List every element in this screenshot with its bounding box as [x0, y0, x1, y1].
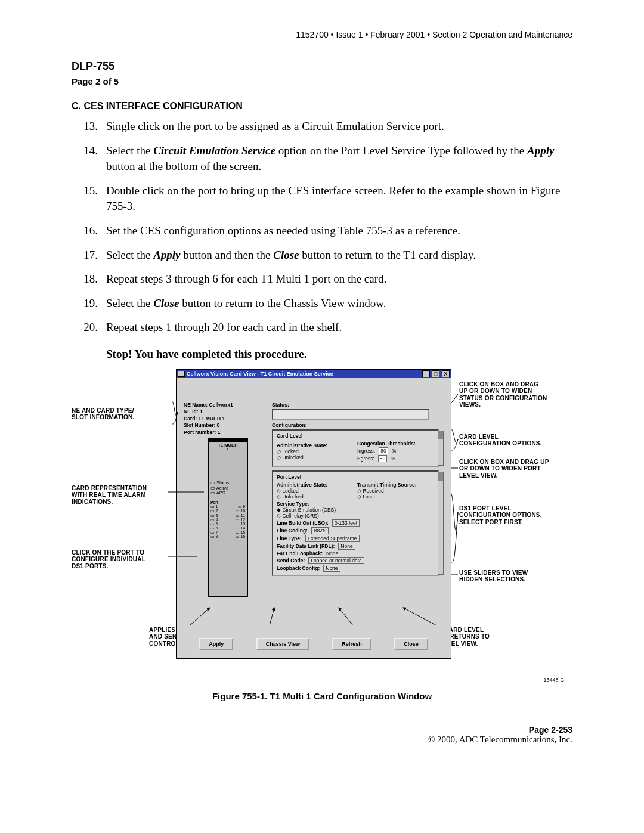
ne-name: NE Name: Cellworx1: [184, 402, 233, 408]
pl-lc-select[interactable]: B8ZS: [311, 527, 329, 534]
step-number: 14.: [72, 143, 106, 175]
step: 13.Single click on the port to be assign…: [72, 119, 572, 135]
pl-received-radio[interactable]: Received: [357, 488, 434, 494]
port-7[interactable]: 7: [210, 530, 218, 534]
pl-lt-select[interactable]: Extended Superframe: [305, 535, 360, 542]
sysmenu-icon[interactable]: [178, 371, 185, 377]
card-view-window: Cellworx Vision: Card View - T1 Circuit …: [176, 369, 451, 659]
port-13[interactable]: 13: [236, 522, 245, 526]
refresh-button[interactable]: Refresh: [332, 638, 371, 650]
port-15[interactable]: 15: [236, 530, 245, 534]
port-3[interactable]: 3: [210, 513, 218, 518]
port-5[interactable]: 5: [210, 522, 218, 526]
step-number: 17.: [72, 247, 106, 264]
pl-lbo-select[interactable]: 0-133 feet: [332, 519, 360, 527]
card-level-title: Card Level: [277, 433, 434, 439]
apply-button[interactable]: Apply: [199, 638, 233, 650]
pl-svc-ces-radio[interactable]: Circuit Emulation (CES): [277, 507, 434, 513]
port-1[interactable]: 1: [210, 504, 218, 509]
pl-unlocked-radio[interactable]: Unlocked: [277, 494, 354, 500]
port-4[interactable]: 4: [210, 518, 218, 522]
port-6[interactable]: 6: [210, 526, 218, 530]
cl-admin-label: Administrative State:: [277, 442, 354, 448]
cl-ingress-label: Ingress:: [357, 448, 375, 454]
step: 20.Repeat steps 1 through 20 for each ca…: [72, 320, 572, 336]
step-body: Set the CES configuration options as nee…: [106, 223, 572, 239]
status-label: Status:: [272, 402, 439, 408]
pl-lb-select[interactable]: None: [323, 565, 340, 572]
pl-fdl-label: Facility Data Link (FDL):: [277, 543, 335, 549]
window-titlebar[interactable]: Cellworx Vision: Card View - T1 Circuit …: [177, 370, 451, 378]
step: 17.Select the Apply button and then the …: [72, 247, 572, 264]
callout-card-rep: CARD REPRESENTATIONWITH REAL TIME ALARMI…: [72, 485, 173, 506]
port-level-scrollbar[interactable]: [438, 472, 444, 575]
step: 19.Select the Close button to return to …: [72, 296, 572, 312]
card-type: Card: T1 MULTI 1: [184, 416, 233, 422]
cl-egress-label: Egress:: [357, 456, 374, 462]
pl-lb-label: Loopback Config:: [277, 565, 320, 571]
card-label-bot: 1: [227, 447, 229, 453]
step-body: Repeat steps 1 through 20 for each card …: [106, 320, 572, 336]
cl-cong-label: Congestion Thresholds:: [357, 441, 434, 447]
port-14[interactable]: 14: [236, 526, 245, 530]
svg-line-2: [451, 394, 458, 404]
legend-aps: APS: [210, 491, 245, 496]
step-body: Select the Apply button and then the Clo…: [106, 247, 572, 264]
callout-drag-status: CLICK ON BOX AND DRAGUP OR DOWN TO WIDEN…: [459, 381, 572, 408]
step-body: Repeat steps 3 through 6 for each T1 Mul…: [106, 271, 572, 287]
step-body: Double click on the port to bring up the…: [106, 183, 572, 215]
status-box[interactable]: [272, 409, 429, 420]
pl-fdl-select[interactable]: None: [338, 543, 355, 550]
step-body: Single click on the port to be assigned …: [106, 119, 572, 135]
step-number: 18.: [72, 271, 106, 287]
callout-ne-slot: NE AND CARD TYPE/SLOT INFORMATION.: [72, 407, 173, 421]
ne-id: NE Id: 1: [184, 408, 233, 415]
pl-svc-crs-radio[interactable]: Cell relay (CRS): [277, 513, 434, 519]
chassis-view-button[interactable]: Chassis View: [256, 638, 309, 650]
step: 15.Double click on the port to bring up …: [72, 183, 572, 215]
maximize-icon[interactable]: □: [432, 370, 439, 377]
card-level-scrollbar[interactable]: [438, 431, 444, 466]
pl-sc-select[interactable]: Looped or normal data: [308, 557, 364, 564]
card-representation[interactable]: T1 MULTI 1 Status Active APS Port 1: [208, 438, 248, 598]
steps-list: 13.Single click on the port to be assign…: [72, 119, 572, 336]
dlp-title: DLP-755: [72, 60, 572, 73]
cl-egress-spin[interactable]: 80: [378, 455, 387, 462]
pl-admin-label: Administrative State:: [277, 482, 354, 488]
close-icon[interactable]: X: [442, 370, 450, 377]
port-9[interactable]: 9: [238, 504, 245, 509]
port-11[interactable]: 11: [236, 513, 245, 518]
ne-info-block: NE Name: Cellworx1 NE Id: 1 Card: T1 MUL…: [184, 402, 233, 436]
legend-port: Port: [210, 500, 245, 504]
step-number: 16.: [72, 223, 106, 239]
port-2[interactable]: 2: [210, 509, 218, 513]
step-body: Select the Circuit Emulation Service opt…: [106, 143, 572, 175]
minimize-icon[interactable]: _: [422, 370, 430, 377]
figure-caption: Figure 755-1. T1 Multi 1 Card Configurat…: [72, 691, 572, 701]
port-number: Port Number: 1: [184, 429, 233, 436]
port-16[interactable]: 16: [236, 534, 245, 538]
port-8[interactable]: 8: [210, 534, 218, 538]
pl-lc-label: Line Coding:: [277, 528, 308, 534]
step-number: 13.: [72, 119, 106, 135]
port-10[interactable]: 10: [236, 509, 245, 513]
step: 18.Repeat steps 3 through 6 for each T1 …: [72, 271, 572, 287]
page-of: Page 2 of 5: [72, 76, 572, 86]
port-12[interactable]: 12: [236, 518, 245, 522]
step-body: Select the Close button to return to the…: [106, 296, 572, 312]
close-button[interactable]: Close: [394, 638, 428, 650]
pl-fel-val: None: [326, 550, 338, 556]
header-rule: [72, 42, 572, 42]
cl-unlocked-radio[interactable]: Unlocked: [277, 454, 354, 460]
pl-fel-label: Far End Loopback:: [277, 550, 323, 556]
pl-locked-radio[interactable]: Locked: [277, 488, 354, 494]
pl-local-radio[interactable]: Local: [357, 494, 434, 500]
cl-ingress-spin[interactable]: 80: [379, 447, 388, 454]
port-level-title: Port Level: [277, 474, 434, 480]
step-number: 15.: [72, 183, 106, 215]
card-level-panel: Card Level Administrative State: Locked …: [272, 429, 439, 467]
stop-line: Stop! You have completed this procedure.: [106, 348, 572, 361]
slot-number: Slot Number: 8: [184, 422, 233, 429]
cl-locked-radio[interactable]: Locked: [277, 448, 354, 454]
pl-lt-label: Line Type:: [277, 535, 302, 541]
